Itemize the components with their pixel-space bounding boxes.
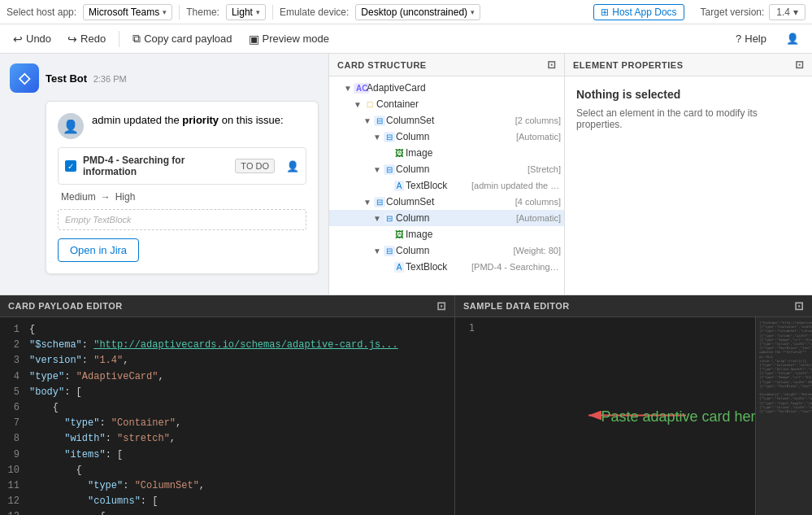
tree-label-container: Container [376,98,561,110]
preview-mode-button[interactable]: ▣ Preview mode [242,29,336,49]
arrow-indicator [580,403,694,430]
code-line-12: 12 "columns": [ [0,494,454,509]
toggle-icon: ▼ [371,247,383,255]
bot-icon: ◇ [10,63,39,93]
tree-label-columnset-4: ColumnSet [386,196,512,207]
tree-type-column-auto: [Automatic] [516,132,561,142]
tree-item-column-weight[interactable]: ▼ ⊟ Column [Weight: 80] [329,242,564,259]
tree-type-column-auto-2: [Automatic] [516,213,561,223]
card-text-bold: priority [182,114,219,126]
sample-editor: SAMPLE DATA EDITOR ⊡ 1 [455,295,812,515]
help-button[interactable]: ? Help [729,29,773,48]
tree-type-textblock-pmd: [PMD-4 - Searching for informa [471,262,561,272]
column-icon: ⊟ [384,132,395,142]
undo-button[interactable]: ↩ Undo [7,29,58,49]
tree-label-image-1: Image [406,147,561,159]
theme-select[interactable]: Light ▾ [226,4,266,20]
sample-line-num-1: 1 [455,317,484,515]
open-in-jira-button[interactable]: Open in Jira [58,238,139,262]
host-app-value: Microsoft Teams [89,7,159,18]
tree-item-columnset-4[interactable]: ▼ ⊟ ColumnSet [4 columns] [329,194,564,210]
theme-value: Light [232,7,253,18]
preview-label: Preview mode [263,33,329,45]
code-line-9: 9 "items": [ [0,447,454,463]
copy-payload-button[interactable]: ⧉ Copy card payload [126,28,238,49]
sample-editor-collapse-icon[interactable]: ⊡ [794,299,805,312]
tree-label-image-2: Image [406,229,561,240]
theme-label: Theme: [186,7,219,18]
props-desc: Select an element in the card to modify … [576,107,801,130]
image-icon-2: 🖼 [393,229,406,239]
tree-item-textblock-admin[interactable]: A TextBlock [admin updated the **priorit… [329,177,564,194]
code-line-3: 3 "version": "1.4", [0,353,454,369]
thumbnail-code: {"$schema":"http://adaptivecards.io/"typ… [756,317,812,417]
tree-item-column-auto-2[interactable]: ▼ ⊟ Column [Automatic] [329,210,564,226]
host-app-chevron-icon: ▾ [163,8,167,16]
props-content: Nothing is selected Select an element in… [565,76,812,295]
column-icon-3: ⊟ [384,213,395,224]
image-icon-1: 🖼 [393,148,406,158]
host-app-select[interactable]: Microsoft Teams ▾ [83,4,172,20]
host-app-docs-button[interactable]: ⊞ Host App Docs [593,4,684,20]
tree-item-adaptivecard[interactable]: ▼ AC AdaptiveCard [329,80,564,96]
columnset-icon-2: ⊟ [374,197,385,207]
empty-textblock: Empty TextBlock [58,209,306,230]
top-panels: ◇ Test Bot 2:36 PM 👤 admin updated the p… [0,54,812,295]
target-version-chevron-icon: ▾ [793,7,798,18]
payload-editor-collapse-icon[interactable]: ⊡ [436,299,447,312]
toggle-icon: ▼ [371,214,383,223]
sample-editor-body: 1 Paste adaptive card here [455,317,812,515]
tree-type-textblock-admin: [admin updated the **priority** [471,181,561,190]
card-structure-collapse-icon[interactable]: ⊡ [547,59,557,71]
element-properties-title: ELEMENT PROPERTIES [573,60,684,70]
element-properties-collapse-icon[interactable]: ⊡ [795,59,805,71]
toolbar-separator [119,31,119,47]
element-properties-panel: ELEMENT PROPERTIES ⊡ Nothing is selected… [565,54,812,295]
tree-item-image-2[interactable]: 🖼 Image [329,226,564,242]
tree-item-columnset-2[interactable]: ▼ ⊟ ColumnSet [2 columns] [329,112,564,129]
priority-from: Medium [61,191,96,203]
top-bar: Select host app: Microsoft Teams ▾ Theme… [0,0,812,24]
priority-to: High [115,191,136,203]
toggle-icon: ▼ [362,198,373,207]
emulate-chevron-icon: ▾ [471,8,475,16]
copy-icon: ⧉ [132,32,141,46]
theme-chevron-icon: ▾ [256,8,260,16]
code-line-10: 10 { [0,463,454,478]
card-structure-title: CARD STRUCTURE [337,60,427,70]
textblock-icon-1: A [394,181,405,191]
paste-hint-text: Paste adaptive card here [601,408,763,425]
target-version-select[interactable]: 1.4 ▾ [769,4,805,20]
topbar-separator-1 [179,5,180,20]
redo-icon: ↪ [67,33,77,46]
topbar-separator-2 [272,5,273,20]
arrow-icon: → [101,191,111,203]
issue-title: PMD-4 - Searching for information [83,155,228,177]
sample-editor-title: SAMPLE DATA EDITOR [463,301,570,311]
code-line-6: 6 { [0,400,454,416]
payload-editor: CARD PAYLOAD EDITOR ⊡ 1 { 2 "$schema": "… [0,295,455,515]
target-version-value: 1.4 [776,7,790,18]
code-editor[interactable]: 1 { 2 "$schema": "http://adaptivecards.i… [0,317,454,515]
element-properties-header: ELEMENT PROPERTIES ⊡ [565,54,812,76]
tree-item-container[interactable]: ▼ □ Container [329,96,564,112]
code-line-4: 4 "type": "AdaptiveCard", [0,369,454,385]
thumbnail-strip: {"$schema":"http://adaptivecards.io/"typ… [755,317,812,515]
tree-label-column-stretch: Column [396,164,524,175]
user-button[interactable]: 👤 [779,29,805,48]
redo-label: Redo [80,33,106,45]
container-icon: □ [363,99,376,109]
code-line-11: 11 "type": "ColumnSet", [0,478,454,494]
tree-item-column-stretch[interactable]: ▼ ⊟ Column [Stretch] [329,161,564,177]
help-label: Help [745,33,766,45]
code-line-5: 5 "body": [ [0,385,454,400]
toggle-icon: ▼ [342,84,354,93]
emulate-select[interactable]: Desktop (unconstrained) ▾ [355,4,480,20]
tree-label-column-weight: Column [396,245,510,256]
toggle-icon: ▼ [352,100,363,109]
toggle-icon: ▼ [371,133,383,142]
tree-item-image-1[interactable]: 🖼 Image [329,145,564,161]
tree-item-textblock-pmd[interactable]: A TextBlock [PMD-4 - Searching for infor… [329,259,564,275]
tree-item-column-auto[interactable]: ▼ ⊟ Column [Automatic] [329,129,564,145]
redo-button[interactable]: ↪ Redo [61,29,112,49]
